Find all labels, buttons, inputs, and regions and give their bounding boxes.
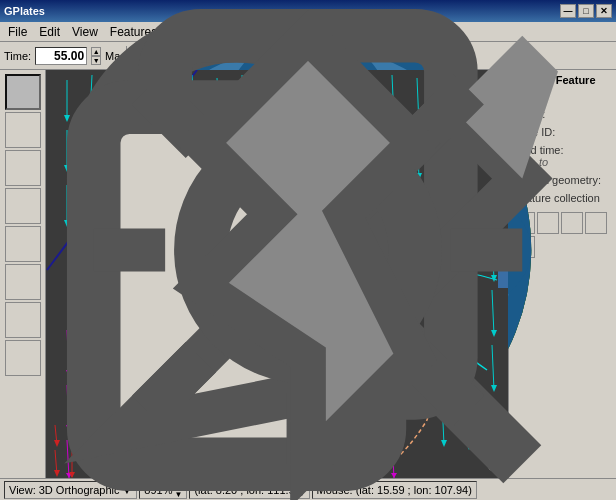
right-panel: Current Feature Type: Name: Plate ID: Va… [508, 70, 616, 478]
panel-icons [513, 212, 612, 258]
main-layout: Current Feature Type: Name: Plate ID: Va… [0, 70, 616, 478]
panel-pin-btn[interactable] [513, 236, 535, 258]
